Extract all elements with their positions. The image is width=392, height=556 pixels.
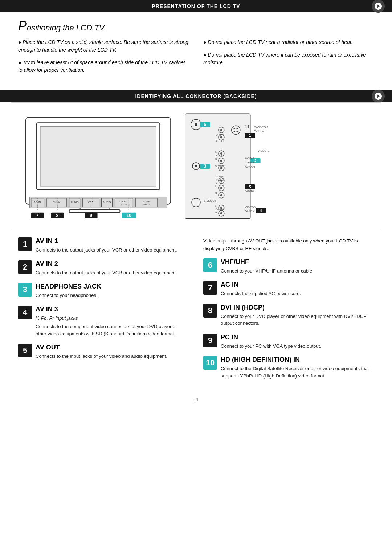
- badge-8: 8: [203, 304, 217, 318]
- svg-text:L: L: [215, 185, 217, 187]
- label-8: DVI IN (HDCP): [221, 304, 374, 311]
- header-bar: Presentation Of The Lcd Tv: [0, 0, 392, 12]
- svg-point-32: [195, 123, 197, 126]
- svg-text:S-VIDEO 1: S-VIDEO 1: [254, 126, 269, 129]
- svg-text:9: 9: [90, 213, 92, 218]
- svg-text:R: R: [215, 211, 217, 214]
- connectors-section: 1 AV IN 1 Connects to the output jacks o…: [15, 230, 377, 389]
- connector-item-6: 6 VHF/UHF Connect to your VHF/UHF antenn…: [203, 258, 374, 275]
- svg-text:AUDIO: AUDIO: [245, 189, 254, 192]
- svg-text:HD IN: HD IN: [121, 204, 127, 206]
- bullet-left-2: Try to leave at least 6" of space around…: [18, 59, 189, 74]
- svg-rect-4: [69, 210, 120, 213]
- connector-text-3: Headphones jack Connect to your headphon…: [36, 283, 101, 299]
- svg-text:AUDIO: AUDIO: [216, 182, 224, 185]
- svg-text:AV IN 1: AV IN 1: [254, 129, 264, 132]
- svg-text:VIDEO: VIDEO: [215, 165, 223, 168]
- connector-text-5: AV OUT Connects to the input jacks of yo…: [36, 344, 167, 360]
- desc-7: Connects the supplied AC power cord.: [221, 290, 301, 297]
- badge-1: 1: [18, 237, 32, 251]
- connector-text-1: AV IN 1 Connects to the output jacks of …: [36, 237, 177, 254]
- svg-text:L: L: [215, 151, 217, 153]
- connector-text-7: AC IN Connects the supplied AC power cor…: [221, 281, 301, 297]
- svg-point-41: [234, 131, 235, 132]
- connector-text-8: DVI IN (HDCP) Connect to your DVD player…: [221, 304, 374, 327]
- svg-point-67: [220, 187, 222, 189]
- connector-text-10: HD (High Definition) IN Connect to the D…: [221, 356, 374, 379]
- svg-text:L AUDIO: L AUDIO: [245, 161, 256, 164]
- label-7: AC IN: [221, 281, 301, 289]
- connector-item-2: 2 AV IN 2 Connects to the output jacks o…: [18, 260, 189, 277]
- bullet-left-1: Place the LCD TV on a solid, stable surf…: [18, 38, 189, 54]
- badge-3: 3: [18, 283, 32, 297]
- connector-item-4: 4 AV IN 3 Y, Pb, Pr Input jacks Connects…: [18, 306, 189, 338]
- svg-text:10: 10: [127, 213, 132, 218]
- svg-text:VIDEO3: VIDEO3: [245, 205, 256, 209]
- svg-text:AV OUT: AV OUT: [245, 165, 256, 168]
- svg-text:AUDIO: AUDIO: [216, 154, 224, 157]
- desc-5: Connects to the input jacks of your vide…: [36, 353, 167, 360]
- svg-text:VIDEO: VIDEO: [216, 179, 224, 181]
- desc-4-line1: Y, Pb, Pr Input jacks: [36, 315, 189, 322]
- connector-item-5: 5 AV OUT Connects to the input jacks of …: [18, 344, 189, 360]
- diagram-area: AC IN DVI IN AUDIO VGA AUDIO L AUDIO HD …: [11, 102, 381, 230]
- svg-text:COMP: COMP: [216, 175, 224, 178]
- desc-8: Connect to your DVD player or other vide…: [221, 313, 374, 327]
- badge-10: 10: [203, 356, 217, 370]
- connector-item-7: 7 AC IN Connects the supplied AC power c…: [203, 281, 374, 297]
- svg-text:6: 6: [204, 122, 206, 127]
- svg-text:AUDIO: AUDIO: [71, 201, 79, 204]
- svg-text:R: R: [215, 192, 217, 195]
- page: Presentation Of The Lcd Tv Positioning t…: [0, 0, 392, 556]
- svg-text:4: 4: [260, 208, 262, 213]
- svg-text:AV IN 3: AV IN 3: [245, 209, 255, 212]
- desc-2: Connects to the output jacks of your VCR…: [36, 269, 177, 277]
- positioning-section: Positioning the LCD TV. Place the LCD TV…: [15, 12, 377, 83]
- desc-10: Connect to the Digital Satellite Receive…: [221, 365, 374, 379]
- svg-text:S-VIDEO2: S-VIDEO2: [204, 200, 216, 202]
- svg-text:AUDIO: AUDIO: [216, 140, 224, 142]
- title-big-p: P: [18, 19, 27, 33]
- right-bullets: Do not place the LCD TV near a radiator …: [203, 38, 374, 79]
- svg-text:7: 7: [36, 213, 39, 218]
- left-column: 1 AV IN 1 Connects to the output jacks o…: [18, 237, 189, 386]
- badge-4: 4: [18, 306, 32, 319]
- positioning-columns: Place the LCD TV on a solid, stable surf…: [18, 38, 374, 79]
- desc-1: Connects to the output jacks of your VCR…: [36, 246, 177, 254]
- svg-rect-2: [40, 126, 156, 186]
- right-note: Video output through AV OUT jacks is ava…: [203, 237, 374, 258]
- svg-text:8: 8: [56, 213, 58, 218]
- svg-text:3: 3: [204, 163, 206, 169]
- svg-text:COMP: COMP: [143, 200, 150, 203]
- svg-text:11: 11: [245, 124, 249, 129]
- svg-text:VIDEO 2: VIDEO 2: [258, 149, 269, 152]
- svg-text:5: 5: [249, 185, 251, 189]
- badge-7: 7: [203, 281, 217, 295]
- svg-point-86: [220, 212, 222, 214]
- connector-diagram: AC IN DVI IN AUDIO VGA AUDIO L AUDIO HD …: [19, 110, 373, 222]
- svg-text:VIDEO: VIDEO: [143, 204, 150, 206]
- right-column: Video output through AV OUT jacks is ava…: [203, 237, 374, 386]
- badge-2: 2: [18, 260, 32, 274]
- label-5: AV OUT: [36, 344, 167, 351]
- connectors-grid: 1 AV IN 1 Connects to the output jacks o…: [18, 237, 374, 386]
- badge-5: 5: [18, 344, 32, 357]
- svg-point-42: [237, 131, 238, 132]
- svg-text:R: R: [215, 158, 217, 160]
- connector-section-bar: Identifying All Connector (Backside): [0, 90, 392, 102]
- label-4: AV IN 3: [36, 306, 189, 313]
- connector-item-9: 9 PC IN Connect to your PC with VGA type…: [203, 334, 374, 350]
- connector-text-2: AV IN 2 Connects to the output jacks of …: [36, 260, 177, 277]
- svg-text:1: 1: [249, 133, 251, 138]
- desc-6: Connect to your VHF/UHF antenna or cable…: [221, 267, 314, 275]
- badge-6: 6: [203, 258, 217, 272]
- label-9: PC IN: [221, 334, 321, 341]
- svg-point-39: [234, 128, 235, 129]
- connector-section-title: Identifying All Connector (Backside): [135, 93, 257, 99]
- connector-item-1: 1 AV IN 1 Connects to the output jacks o…: [18, 237, 189, 254]
- bullet-right-1: Do not place the LCD TV near a radiator …: [203, 38, 374, 46]
- header-logo: [372, 0, 385, 13]
- connector-text-4: AV IN 3 Y, Pb, Pr Input jacks Connects t…: [36, 306, 189, 338]
- connector-text-9: PC IN Connect to your PC with VGA type v…: [221, 334, 321, 350]
- svg-text:AUDIO: AUDIO: [103, 201, 111, 204]
